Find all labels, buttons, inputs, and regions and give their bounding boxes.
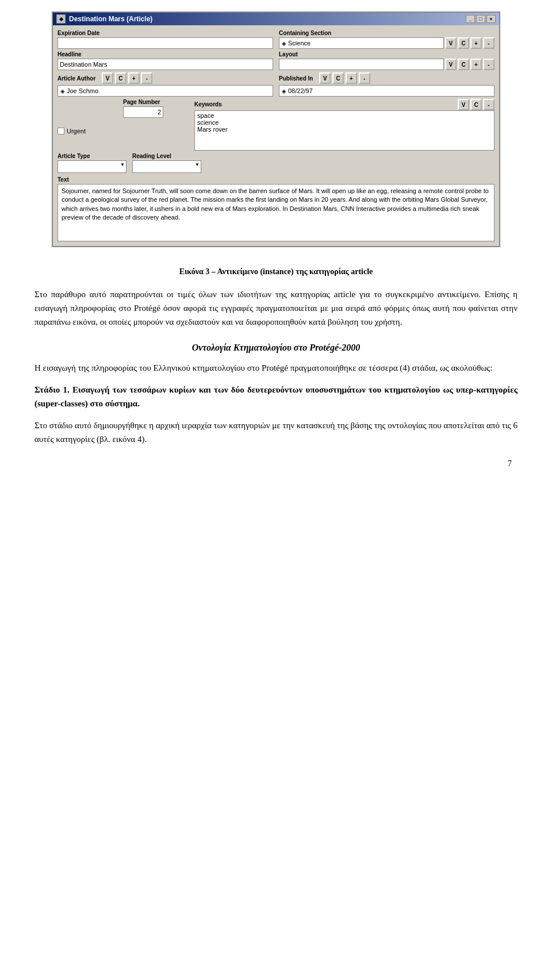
article-author-value: ◈ Joe Schmo [57, 85, 273, 97]
article-type-label: Article Type [57, 153, 126, 159]
keyword-item-mars-rover: Mars rover [197, 126, 492, 133]
page-number-col: Page Number [123, 99, 192, 118]
containing-section-c-button[interactable]: C [458, 37, 469, 49]
minimize-button[interactable]: _ [466, 15, 475, 23]
keywords-col: Keywords V C - space science Mars rover [194, 99, 494, 151]
doc-para-2: Η εισαγωγή της πληροφορίας του Ελληνικού… [34, 361, 518, 375]
page-number-input[interactable] [123, 106, 163, 118]
keywords-buttons: V C - [458, 99, 494, 110]
type-row: Article Type Reading Level [57, 153, 494, 173]
urgent-checkbox[interactable] [57, 128, 64, 134]
keywords-minus-button[interactable]: - [483, 99, 494, 110]
layout-label: Layout [279, 51, 494, 57]
article-author-label: Article Author V C + - [57, 72, 273, 84]
containing-section-v-button[interactable]: V [445, 37, 457, 49]
article-dialog: ◈ Destination Mars (Article) _ □ × Expir… [52, 11, 500, 247]
dialog-body: Expiration Date Containing Section ◈ Sci… [53, 25, 499, 246]
page-number-label: Page Number [123, 99, 192, 105]
form-row-2: Headline Layout V C + - [57, 51, 494, 70]
keyword-item-space: space [197, 112, 492, 119]
published-in-value: ◈ 08/22/97 [279, 85, 494, 97]
text-label: Text [57, 176, 494, 183]
middle-section: Urgent Page Number Keywords V C - [57, 99, 494, 151]
published-v-button[interactable]: V [319, 72, 331, 84]
author-v-button[interactable]: V [102, 72, 113, 84]
published-c-button[interactable]: C [332, 72, 344, 84]
urgent-label: Urgent [67, 128, 86, 134]
author-icon: ◈ [60, 88, 65, 94]
urgent-col: Urgent [57, 99, 121, 134]
keywords-c-button[interactable]: C [470, 99, 482, 110]
layout-c-button[interactable]: C [458, 59, 469, 70]
layout-field: Layout V C + - [279, 51, 494, 70]
article-type-select-wrapper [57, 160, 126, 173]
form-row-3: Article Author V C + - ◈ Joe Schmo [57, 72, 494, 97]
containing-section-label: Containing Section [279, 30, 494, 36]
titlebar-left: ◈ Destination Mars (Article) [56, 14, 152, 24]
dialog-title: Destination Mars (Article) [69, 15, 152, 23]
published-plus-button[interactable]: + [346, 72, 357, 84]
dialog-controls: _ □ × [466, 15, 496, 23]
published-in-field: Published In V C + - ◈ 08/22/97 [279, 72, 494, 97]
doc-content: Εικόνα 3 – Αντικείμενο (instance) της κα… [0, 247, 552, 493]
expiration-date-input[interactable] [57, 37, 273, 49]
reading-level-select-wrapper [132, 160, 201, 173]
stage1-bold-text: Εισαγωγή των τεσσάρων κυρίων και των δύο… [34, 385, 518, 408]
published-minus-button[interactable]: - [359, 72, 370, 84]
keywords-v-button[interactable]: V [458, 99, 469, 110]
layout-v-button[interactable]: V [445, 59, 457, 70]
reading-level-label: Reading Level [132, 153, 201, 159]
article-type-col: Article Type [57, 153, 126, 173]
expiration-date-field: Expiration Date [57, 30, 273, 49]
headline-field: Headline [57, 51, 273, 70]
page-number-doc: 7 [34, 458, 518, 470]
containing-section-minus-button[interactable]: - [483, 37, 494, 49]
dialog-wrapper: ◈ Destination Mars (Article) _ □ × Expir… [0, 0, 552, 247]
text-section: Text Sojourner, named for Sojourner Trut… [57, 176, 494, 241]
article-author-field: Article Author V C + - ◈ Joe Schmo [57, 72, 273, 97]
layout-minus-button[interactable]: - [483, 59, 494, 70]
layout-input[interactable] [279, 59, 444, 70]
published-in-label: Published In V C + - [279, 72, 494, 84]
containing-section-field: Containing Section ◈ Science V C + - [279, 30, 494, 49]
close-button[interactable]: × [486, 15, 496, 23]
doc-para-1: Στο παράθυρο αυτό παρατηρούνται οι τιμές… [34, 287, 518, 329]
keywords-label: Keywords [194, 101, 222, 107]
figure-caption: Εικόνα 3 – Αντικείμενο (instance) της κα… [34, 266, 518, 278]
text-content[interactable]: Sojourner, named for Sojourner Truth, wi… [57, 184, 494, 241]
form-row-1: Expiration Date Containing Section ◈ Sci… [57, 30, 494, 49]
dialog-titlebar: ◈ Destination Mars (Article) _ □ × [53, 13, 499, 25]
headline-label: Headline [57, 51, 273, 57]
headline-input[interactable] [57, 59, 273, 70]
author-plus-button[interactable]: + [128, 72, 140, 84]
urgent-row: Urgent [57, 128, 121, 134]
containing-section-plus-button[interactable]: + [470, 37, 482, 49]
containing-section-value: ◈ Science [279, 37, 444, 49]
doc-stage1: Στάδιο 1. Εισαγωγή των τεσσάρων κυρίων κ… [34, 383, 518, 410]
author-c-button[interactable]: C [115, 72, 126, 84]
reading-level-select[interactable] [132, 160, 201, 173]
article-type-select[interactable] [57, 160, 126, 173]
restore-button[interactable]: □ [476, 15, 485, 23]
stage-label: Στάδιο 1. [34, 385, 70, 394]
published-icon: ◈ [282, 88, 286, 94]
reading-level-col: Reading Level [132, 153, 201, 173]
author-minus-button[interactable]: - [141, 72, 152, 84]
dialog-title-icon: ◈ [56, 14, 66, 24]
doc-para-3: Στο στάδιο αυτό δημιουργήθηκε η αρχική ι… [34, 418, 518, 446]
keywords-list: space science Mars rover [194, 110, 494, 151]
layout-plus-button[interactable]: + [470, 59, 482, 70]
section-icon: ◈ [282, 40, 286, 47]
keyword-item-science: science [197, 119, 492, 126]
section-heading: Οντολογία Κτηματολογίου στο Protégé-2000 [34, 340, 518, 355]
expiration-date-label: Expiration Date [57, 30, 273, 36]
